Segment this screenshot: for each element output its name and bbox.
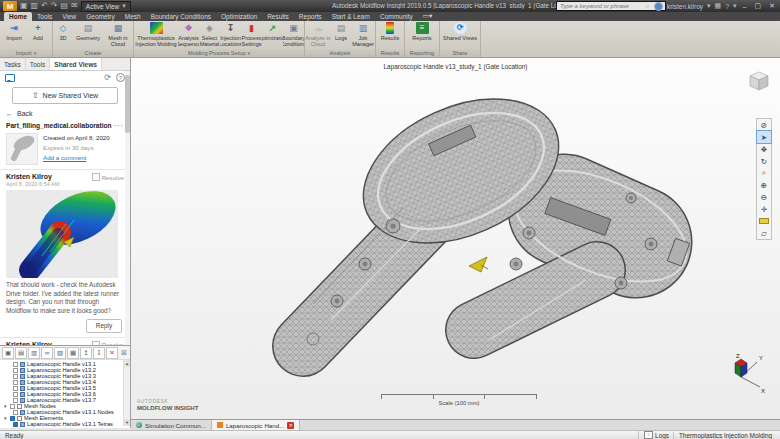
zoom-window-icon[interactable]: ⌕: [757, 167, 771, 179]
comments-icon[interactable]: [5, 74, 15, 82]
ribbon-tab-tools[interactable]: Tools: [32, 12, 57, 21]
user-chevron-down-icon[interactable]: ▾: [707, 2, 711, 10]
injection-locations-button[interactable]: Injection Locations: [220, 22, 241, 47]
ribbon-tab-results[interactable]: Results: [262, 12, 294, 21]
injection-location-marker[interactable]: [469, 257, 488, 272]
app-menu-button[interactable]: M: [3, 1, 17, 11]
mesh-in-cloud-button[interactable]: Mesh in Cloud: [103, 22, 133, 47]
back-button[interactable]: ← Back: [0, 108, 130, 120]
move-down-icon[interactable]: ↧: [93, 347, 105, 359]
visibility-checkbox[interactable]: [10, 404, 15, 409]
new-layer-icon[interactable]: ▣: [2, 347, 14, 359]
minimize-button[interactable]: –: [741, 3, 749, 10]
panel-scrollbar[interactable]: [125, 71, 130, 347]
expand-icon[interactable]: ▾: [4, 415, 8, 421]
viewport-3d[interactable]: Laparoscopic Handle v13_study_1 (Gate Lo…: [131, 58, 780, 419]
tree-scrollbar[interactable]: ▲ ▼: [123, 360, 130, 426]
scroll-down-icon[interactable]: ▼: [124, 419, 130, 426]
visibility-checkbox[interactable]: [13, 368, 18, 373]
thermoplastics-injection-molding-button[interactable]: Thermoplastics Injection Molding: [134, 22, 178, 47]
shared-views-button[interactable]: Shared Views: [441, 22, 479, 41]
ribbon-tab-home[interactable]: Home: [4, 12, 32, 21]
user-name[interactable]: kristen.kilroy: [667, 3, 703, 10]
visibility-checkbox[interactable]: [13, 422, 18, 427]
analyze-in-cloud-button[interactable]: Analyze in Cloud: [305, 22, 331, 47]
add-comment-link[interactable]: Add a comment: [43, 153, 110, 163]
ribbon-group-label-molding-process-setup[interactable]: Molding Process Setup▾: [134, 49, 304, 57]
ribbon-tab-mesh[interactable]: Mesh: [120, 12, 146, 21]
3d-button[interactable]: 3D: [53, 22, 73, 41]
panel-tab-shared-views[interactable]: Shared Views: [50, 58, 102, 70]
comment-result-image[interactable]: [6, 190, 118, 278]
reply-button[interactable]: Reply: [86, 319, 122, 333]
avatar[interactable]: [654, 2, 663, 11]
visibility-checkbox[interactable]: [13, 374, 18, 379]
panel-tab-tasks[interactable]: Tasks: [0, 58, 26, 70]
select-cursor-icon[interactable]: ➤: [757, 131, 771, 143]
link-icon[interactable]: ∞: [41, 347, 53, 359]
measure-icon[interactable]: [757, 215, 771, 227]
ribbon-tab-optimization[interactable]: Optimization: [216, 12, 262, 21]
fit-view-icon[interactable]: ✛: [757, 203, 771, 215]
examine-icon[interactable]: ⊘: [757, 119, 771, 131]
undo-icon[interactable]: [41, 2, 48, 10]
display-icon[interactable]: ▧: [54, 347, 66, 359]
more-options-icon[interactable]: ···: [114, 122, 124, 129]
tab-laparoscopic-handle[interactable]: Laparoscopic Hand... ✕: [212, 420, 300, 430]
resolve-control[interactable]: Resolve: [92, 173, 124, 181]
panel-tab-tools[interactable]: Tools: [26, 58, 50, 70]
restore-button[interactable]: ▢: [753, 2, 764, 10]
tree-item[interactable]: Laparoscopic Handle v13.1 Tetras: [0, 421, 130, 427]
close-pane-icon[interactable]: ⊠: [121, 349, 128, 357]
visibility-checkbox[interactable]: [10, 416, 15, 421]
apps-icon[interactable]: ▦: [715, 2, 722, 10]
ribbon-tab-geometry[interactable]: Geometry: [81, 12, 120, 21]
view-cube[interactable]: [746, 68, 772, 94]
ribbon-minimize-icon[interactable]: ▭▾: [418, 11, 437, 21]
close-tab-icon[interactable]: ✕: [287, 422, 294, 429]
delete-layer-icon[interactable]: ✕: [106, 347, 118, 359]
clipping-plane-icon[interactable]: ▱: [757, 227, 771, 239]
visibility-checkbox[interactable]: [13, 410, 18, 415]
assign-layer-icon[interactable]: ▥: [28, 347, 40, 359]
grid-icon[interactable]: ▦: [67, 347, 79, 359]
pan-icon[interactable]: ✥: [757, 143, 771, 155]
redo-icon[interactable]: [51, 2, 58, 10]
logs-button[interactable]: Logs: [331, 22, 351, 41]
move-up-icon[interactable]: ↥: [80, 347, 92, 359]
process-settings-button[interactable]: Process Settings: [241, 22, 262, 47]
tab-simulation-community[interactable]: Simulation Commun...: [131, 420, 212, 430]
select-material-button[interactable]: Select Material: [199, 22, 220, 47]
ribbon-group-label-import[interactable]: Import▾: [0, 49, 52, 57]
shared-view-thumbnail[interactable]: [6, 133, 38, 165]
search-icon[interactable]: ⌕: [646, 2, 650, 10]
visibility-checkbox[interactable]: [13, 362, 18, 367]
logs-status-button[interactable]: ≡ Logs: [638, 431, 669, 439]
import-button[interactable]: Import: [2, 22, 26, 41]
geometry-button[interactable]: Geometry: [73, 22, 103, 41]
resolve-checkbox[interactable]: [92, 173, 100, 181]
help-circle-icon[interactable]: ?: [116, 73, 125, 82]
job-manager-button[interactable]: Job Manager: [351, 22, 375, 47]
ribbon-tab-view[interactable]: View: [57, 12, 81, 21]
ribbon-tab-boundary-conditions[interactable]: Boundary Conditions: [146, 12, 216, 21]
zoom-out-icon[interactable]: ⊖: [757, 191, 771, 203]
help-icon[interactable]: ?: [725, 3, 729, 10]
ribbon-tab-reports[interactable]: Reports: [294, 12, 327, 21]
optimization-button[interactable]: Optimization: [262, 22, 283, 41]
new-shared-view-button[interactable]: ⇧ New Shared View: [12, 87, 118, 104]
folder-icon[interactable]: ▤: [15, 347, 27, 359]
meshed-part-model[interactable]: [131, 58, 780, 419]
panel-scrollbar-thumb[interactable]: [125, 75, 130, 133]
ribbon-tab-community[interactable]: Community: [375, 12, 418, 21]
visibility-checkbox[interactable]: [13, 398, 18, 403]
reports-button[interactable]: Reports: [409, 22, 435, 41]
visibility-checkbox[interactable]: [13, 380, 18, 385]
save-icon[interactable]: [31, 2, 39, 10]
visibility-checkbox[interactable]: [13, 386, 18, 391]
help-chevron-down-icon[interactable]: ▾: [733, 2, 737, 10]
results-button[interactable]: Results: [377, 22, 403, 41]
zoom-in-icon[interactable]: ⊕: [757, 179, 771, 191]
open-icon[interactable]: [20, 2, 28, 10]
share-link-icon[interactable]: [71, 2, 78, 10]
